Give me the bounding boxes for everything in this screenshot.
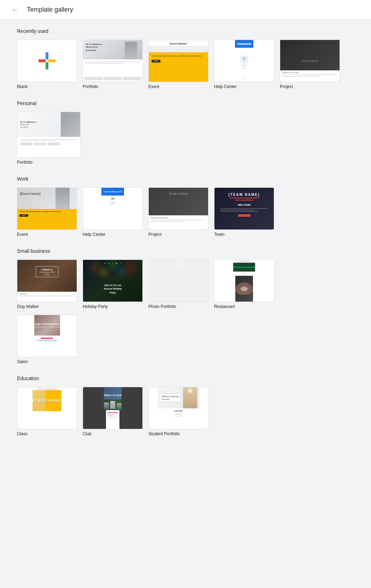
template-thumb-student-portfolio: [Name's] LearningJourney About Me	[148, 387, 208, 429]
template-restaurant[interactable]: [Restaurant Name] Restaurant	[214, 260, 274, 309]
content-area: Recently used Blank	[0, 20, 371, 456]
template-portfolio-ru[interactable]: Hi, I'm [Name], a[Role] From[Location]	[83, 40, 143, 89]
template-thumb-project-ru: [Project Name] Mission of the project	[280, 40, 340, 82]
section-recently-used: Recently used Blank	[17, 28, 354, 89]
section-education: Education CLASS NAME	[17, 375, 354, 436]
template-team-work[interactable]: [TEAM NAME] WELCOME Team	[214, 187, 274, 237]
template-help-center-ru[interactable]: ? Help Center	[214, 40, 274, 89]
back-button[interactable]: ←	[8, 3, 21, 17]
page-title: Template gallery	[27, 6, 73, 13]
template-label-class: Class	[17, 431, 77, 436]
section-small-business: Small business [ Name ] Dog Walking & Pe…	[17, 248, 354, 364]
section-title-education: Education	[17, 375, 354, 381]
template-thumb-restaurant: [Restaurant Name]	[214, 260, 274, 302]
template-thumb-event-ru: Event Name! A three-day summit of talks,…	[148, 40, 208, 82]
template-label-event-ru: Event	[148, 84, 208, 89]
section-personal: Personal Hi, I'm [Name], a [Role] From […	[17, 100, 354, 165]
template-label-project-work: Project	[148, 232, 208, 237]
template-thumb-team-work: [TEAM NAME] WELCOME	[214, 187, 274, 230]
template-label-portfolio-personal: Portfolio	[17, 160, 81, 165]
templates-row-small-business-2: Look & Feel Beautiful The Best Image, Th…	[17, 315, 354, 364]
template-dog-walker[interactable]: [ Name ] Dog Walking & Pet Sitting About…	[17, 260, 77, 309]
template-thumb-photo-portfolio	[148, 260, 208, 302]
templates-row-personal: Hi, I'm [Name], a [Role] From [Location]	[17, 112, 354, 165]
header: ← Template gallery	[0, 0, 371, 20]
template-label-help-center-work: Help Center	[83, 232, 143, 237]
template-photo-portfolio[interactable]: Photo Portfolio	[148, 260, 208, 309]
template-thumb-portfolio-personal: Hi, I'm [Name], a [Role] From [Location]	[17, 112, 81, 158]
template-project-work[interactable]: [Project Name] Mission of this project P…	[148, 187, 208, 237]
section-title-small-business: Small business	[17, 248, 354, 254]
template-label-event-work: Event	[17, 232, 77, 237]
template-label-portfolio-ru: Portfolio	[83, 84, 143, 89]
template-label-photo-portfolio: Photo Portfolio	[148, 304, 208, 309]
template-club[interactable]: Name of club Purpose Club	[83, 387, 143, 436]
template-thumb-club: Name of club Purpose	[83, 387, 143, 429]
template-thumb-dog-walker: [ Name ] Dog Walking & Pet Sitting About…	[17, 260, 77, 302]
section-work: Work [Event Name] A three-day summit of …	[17, 176, 354, 237]
templates-row-education: CLASS NAME Class	[17, 387, 354, 436]
template-thumb-event-work: [Event Name] A three-day summit of talks…	[17, 187, 77, 230]
template-thumb-portfolio-ru: Hi, I'm [Name], a[Role] From[Location]	[83, 40, 143, 82]
templates-row-work: [Event Name] A three-day summit of talks…	[17, 187, 354, 237]
template-event-ru[interactable]: Event Name! A three-day summit of talks,…	[148, 40, 208, 89]
template-thumb-class: CLASS NAME	[17, 387, 77, 429]
template-label-restaurant: Restaurant	[214, 304, 274, 309]
template-thumb-salon: Look & Feel Beautiful The Best Image, Th…	[17, 315, 77, 357]
template-salon[interactable]: Look & Feel Beautiful The Best Image, Th…	[17, 315, 77, 364]
section-title-personal: Personal	[17, 100, 354, 106]
template-label-help-center-ru: Help Center	[214, 84, 274, 89]
template-label-dog-walker: Dog Walker	[17, 304, 77, 309]
template-label-holiday-party: Holiday Party	[83, 304, 143, 309]
templates-row-recently-used: Blank Hi, I'm [Name], a[Role] From[Locat…	[17, 40, 354, 89]
section-title-work: Work	[17, 176, 354, 182]
template-thumb-help-center-work: Can we help you?	[83, 187, 143, 230]
template-event-work[interactable]: [Event Name] A three-day summit of talks…	[17, 187, 77, 237]
template-blank[interactable]: Blank	[17, 40, 77, 89]
template-thumb-help-center-ru: ?	[214, 40, 274, 82]
template-student-portfolio[interactable]: [Name's] LearningJourney About Me Studen…	[148, 387, 208, 436]
template-label-project-ru: Project	[280, 84, 340, 89]
template-help-center-work[interactable]: Can we help you? Help	[83, 187, 143, 237]
template-label-club: Club	[83, 431, 143, 436]
template-holiday-party[interactable]: ● ● ● ● ● Join us for ourAnnual HolidayP…	[83, 260, 143, 309]
template-thumb-blank	[17, 40, 77, 82]
section-title-recently-used: Recently used	[17, 28, 354, 34]
template-label-team-work: Team	[214, 232, 274, 237]
template-label-blank: Blank	[17, 84, 77, 89]
template-portfolio-personal[interactable]: Hi, I'm [Name], a [Role] From [Location]	[17, 112, 81, 165]
templates-row-small-business: [ Name ] Dog Walking & Pet Sitting About…	[17, 260, 354, 309]
template-thumb-holiday-party: ● ● ● ● ● Join us for ourAnnual HolidayP…	[83, 260, 143, 302]
template-label-salon: Salon	[17, 359, 77, 364]
template-class[interactable]: CLASS NAME Class	[17, 387, 77, 436]
template-label-student-portfolio: Student Portfolio	[148, 431, 208, 436]
template-project-ru[interactable]: [Project Name] Mission of the project Pr…	[280, 40, 340, 89]
template-thumb-project-work: [Project Name] Mission of this project	[148, 187, 208, 230]
